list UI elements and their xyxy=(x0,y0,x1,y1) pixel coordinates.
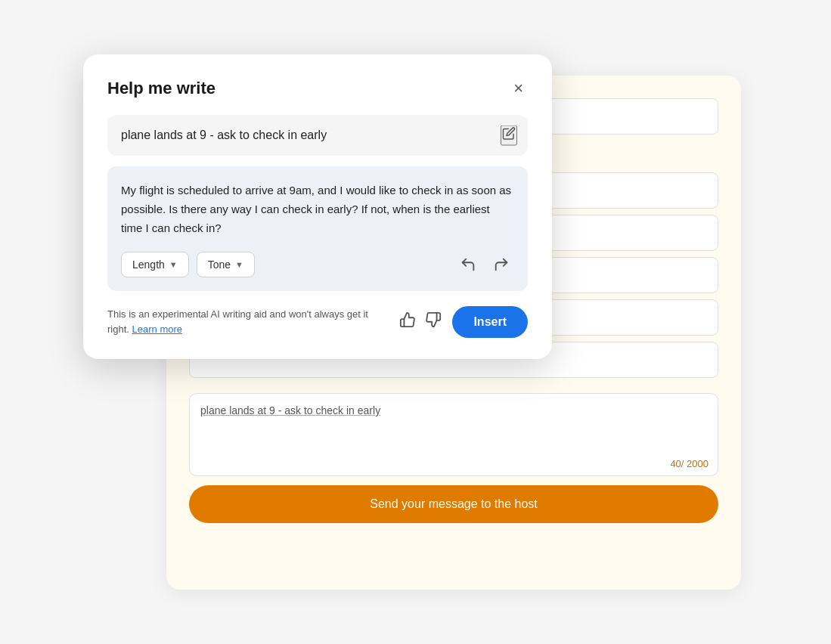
undo-button[interactable] xyxy=(455,253,481,276)
generated-area: My flight is scheduled to arrive at 9am,… xyxy=(107,166,528,290)
prompt-text: plane lands at 9 - ask to check in early xyxy=(121,128,327,141)
length-label: Length xyxy=(132,259,165,271)
thumbs-down-button[interactable] xyxy=(422,310,445,333)
tone-label: Tone xyxy=(208,259,231,271)
feedback-icons xyxy=(396,310,445,333)
help-me-write-dialog: Help me write × plane lands at 9 - ask t… xyxy=(83,54,552,359)
length-dropdown-arrow: ▼ xyxy=(169,260,178,269)
dialog-header: Help me write × xyxy=(107,79,528,98)
learn-more-link[interactable]: Learn more xyxy=(132,324,182,335)
insert-button[interactable]: Insert xyxy=(452,306,528,338)
footer-left: This is an experimental AI writing aid a… xyxy=(107,307,389,336)
edit-prompt-button[interactable] xyxy=(501,125,517,146)
close-button[interactable]: × xyxy=(509,79,528,98)
prompt-box: plane lands at 9 - ask to check in early xyxy=(107,115,528,156)
redo-button[interactable] xyxy=(488,253,514,276)
generated-text: My flight is scheduled to arrive at 9am,… xyxy=(121,181,514,237)
disclaimer-text: This is an experimental AI writing aid a… xyxy=(107,308,368,334)
tone-dropdown-arrow: ▼ xyxy=(235,260,243,269)
send-message-button[interactable]: Send your message to the host xyxy=(189,485,718,523)
thumbs-up-button[interactable] xyxy=(396,310,419,333)
dialog-title: Help me write xyxy=(107,79,216,98)
dialog-footer: This is an experimental AI writing aid a… xyxy=(107,306,528,338)
tone-dropdown[interactable]: Tone ▼ xyxy=(197,252,255,277)
message-textarea-container: plane lands at 9 - ask to check in early… xyxy=(189,393,718,476)
char-count: 40/ 2000 xyxy=(670,458,709,469)
length-dropdown[interactable]: Length ▼ xyxy=(121,252,189,277)
textarea-prefilled-text: plane lands at 9 - ask to check in early xyxy=(200,404,380,416)
controls-row: Length ▼ Tone ▼ xyxy=(121,252,514,277)
